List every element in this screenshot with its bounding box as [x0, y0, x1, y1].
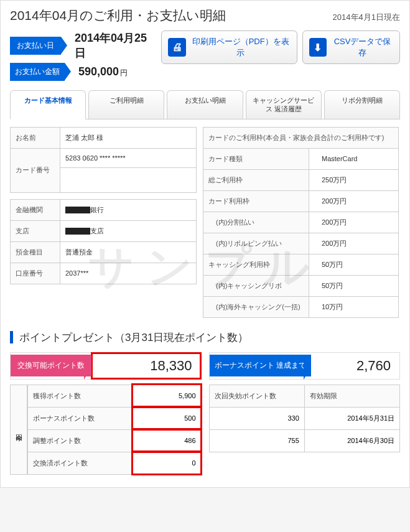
- bonus-points-box: ボーナスポイント 達成まで 2,760: [209, 352, 401, 380]
- tab-usage[interactable]: ご利用明細: [88, 90, 164, 119]
- tab-revolving[interactable]: リボ分割明細: [324, 90, 400, 119]
- credit-limit-table: カードのご利用枠(本会員・家族会員合計のご利用枠です) カード種類MasterC…: [203, 127, 399, 318]
- print-pdf-label: 印刷用ページ（PDF）を表示: [191, 36, 291, 58]
- payment-date-value: 2014年04月25日: [75, 30, 151, 60]
- section-accent: [10, 331, 13, 343]
- redeemable-points-box: 交換可能ポイント数 18,330: [10, 352, 202, 380]
- redeemable-points-label: 交換可能ポイント数: [11, 355, 91, 377]
- payment-amount-label: お支払い金額: [10, 63, 65, 81]
- payment-date-label: お支払い日: [10, 37, 61, 55]
- page-title: 2014年04月のご利用・お支払い明細: [10, 7, 226, 24]
- redeemable-points-value: 18,330: [91, 353, 201, 379]
- bonus-points-value: 2,760: [311, 353, 399, 379]
- as-of-date: 2014年4月1日現在: [333, 12, 400, 23]
- bank-info-table: 金融機関銀行 支店支店 預金種目普通預金 口座番号2037***: [10, 199, 197, 284]
- bonus-points-label: ボーナスポイント 達成まで: [210, 355, 311, 377]
- tab-payment[interactable]: お支払い明細: [167, 90, 243, 119]
- account-info-table: お名前芝浦 太郎 様 カード番号5283 0620 **** *****: [10, 127, 197, 193]
- payment-amount-value: 590,000円: [78, 65, 128, 78]
- download-icon: ⬇: [309, 38, 327, 57]
- points-breakdown-table: 獲得ポイント数5,900 ボーナスポイント数500 調整ポイント数486 交換済…: [27, 385, 202, 475]
- expiry-table: 次回失効ポイント数有効期限 3302014年5月31日 7552014年6月30…: [209, 385, 401, 452]
- csv-export-label: CSVデータで保存: [332, 36, 393, 58]
- points-section-title: ポイントプレゼント（3月31日現在ポイント数）: [19, 330, 248, 345]
- print-pdf-button[interactable]: 🖨 印刷用ページ（PDF）を表示: [161, 30, 297, 64]
- tab-cashing[interactable]: キャッシングサービス 返済履歴: [246, 90, 322, 119]
- csv-export-button[interactable]: ⬇ CSVデータで保存: [302, 30, 400, 64]
- printer-icon: 🖨: [168, 38, 185, 57]
- this-time-label: 今回: [10, 385, 27, 475]
- tab-card-info[interactable]: カード基本情報: [10, 90, 86, 119]
